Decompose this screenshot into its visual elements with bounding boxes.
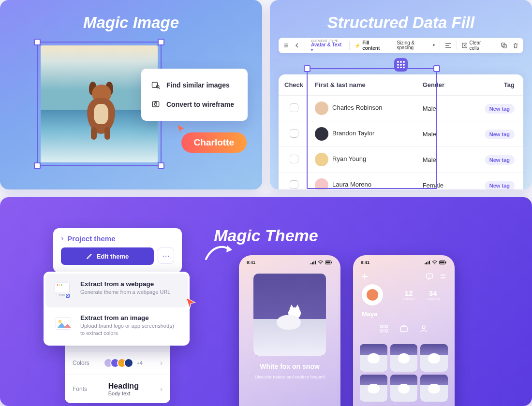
- svg-rect-36: [425, 263, 426, 264]
- gallery-thumb[interactable]: [420, 344, 448, 372]
- status-time: 9:41: [247, 260, 255, 265]
- gallery-thumb[interactable]: [360, 375, 387, 402]
- cell-tag[interactable]: New tag: [485, 181, 515, 190]
- stat-number: 34: [426, 289, 440, 297]
- svg-point-4: [155, 103, 157, 105]
- sel-handle-tl[interactable]: [304, 65, 310, 72]
- cell-name: Brandon Taylor: [309, 121, 417, 147]
- cell-gender: Male: [417, 96, 463, 121]
- svg-rect-18: [55, 283, 70, 293]
- align-button[interactable]: [443, 43, 454, 48]
- grid-mode-button[interactable]: [394, 58, 408, 72]
- resize-handle-bl[interactable]: [34, 162, 41, 169]
- sizing-spacing-button[interactable]: Sizing & spacing ▾: [395, 41, 437, 50]
- convert-wireframe-label: Convert to wireframe: [166, 101, 234, 108]
- element-type-dropdown[interactable]: ELEMENT TYPE Avatar & Text ▾: [308, 38, 346, 53]
- structured-data-title: Structured Data Fill: [270, 0, 532, 32]
- svg-point-21: [61, 284, 62, 286]
- find-similar-images-item[interactable]: Find similar images: [141, 75, 248, 95]
- hero-caption-title: White fox on snow: [239, 362, 340, 370]
- theme-details-panel: Colors +4 › Fonts Heading Body text ›: [65, 339, 170, 403]
- delete-button[interactable]: [511, 43, 520, 48]
- svg-rect-42: [445, 262, 446, 263]
- stat-number: 12: [402, 289, 415, 297]
- convert-wireframe-item[interactable]: Convert to wireframe: [141, 95, 248, 114]
- toolbar-menu-button[interactable]: [281, 43, 291, 48]
- resize-handle-tr[interactable]: [158, 39, 164, 45]
- find-similar-label: Find similar images: [166, 81, 230, 89]
- convert-wireframe-icon: [151, 100, 161, 109]
- svg-text:WWW: WWW: [59, 293, 66, 296]
- svg-line-2: [159, 87, 160, 88]
- pointer-cursor-icon: [184, 296, 197, 311]
- arrow-icon: [203, 243, 235, 267]
- svg-rect-5: [155, 102, 157, 102]
- toolbar-back-button[interactable]: [293, 43, 302, 48]
- more-options-button[interactable]: ⋯: [158, 247, 174, 264]
- fill-content-button[interactable]: ⚡ Fill content: [353, 40, 388, 51]
- cell-tag[interactable]: New tag: [485, 104, 515, 114]
- extract-from-image-item[interactable]: Extract from an image Upload brand logo …: [45, 307, 188, 344]
- extract-image-desc: Upload brand logo or app screenshot(s) t…: [80, 322, 180, 337]
- colors-more: +4: [136, 360, 143, 366]
- colors-row[interactable]: Colors +4 ›: [65, 351, 170, 375]
- extract-webpage-title: Extract from a webpage: [80, 280, 171, 288]
- panel-collapse-icon[interactable]: ›: [61, 234, 63, 243]
- chat-icon[interactable]: [426, 273, 433, 280]
- tab-profile[interactable]: [419, 324, 428, 335]
- extract-image-title: Extract from an image: [80, 314, 180, 321]
- gallery-thumb[interactable]: [390, 375, 418, 402]
- tab-bar: [360, 321, 448, 339]
- add-button[interactable]: [361, 273, 369, 280]
- resize-handle-br[interactable]: [158, 162, 164, 169]
- avatar[interactable]: [362, 284, 383, 305]
- resize-handle-tl[interactable]: [34, 39, 41, 45]
- project-theme-panel: › Project theme Edit theme ⋯: [53, 228, 182, 273]
- element-toolbar: ELEMENT TYPE Avatar & Text ▾ ⚡ Fill cont…: [279, 38, 523, 53]
- svg-rect-35: [331, 262, 332, 263]
- cell-tag[interactable]: New tag: [485, 130, 515, 139]
- tab-grid[interactable]: [380, 324, 388, 335]
- row-checkbox[interactable]: [290, 155, 298, 163]
- menu-icon[interactable]: [439, 273, 447, 280]
- cell-gender: Male: [417, 121, 463, 147]
- gallery-thumb[interactable]: [420, 375, 448, 402]
- tab-media[interactable]: [399, 324, 408, 335]
- svg-rect-51: [385, 330, 387, 332]
- profile-username: Maya: [353, 309, 455, 321]
- status-indicators: [425, 260, 447, 265]
- sel-handle-tr[interactable]: [433, 65, 440, 72]
- gallery-thumb[interactable]: [360, 344, 387, 372]
- extract-from-webpage-item[interactable]: WWW Extract from a webpage Generate them…: [45, 274, 188, 307]
- cell-gender: Female: [417, 173, 463, 190]
- row-checkbox[interactable]: [290, 129, 298, 138]
- col-tag: Tag: [462, 74, 523, 96]
- gallery-thumb[interactable]: [390, 344, 418, 372]
- row-checkbox[interactable]: [290, 180, 298, 189]
- fonts-row[interactable]: Fonts Heading Body text ›: [65, 375, 170, 403]
- magic-theme-card: Magic Theme › Project theme Edit theme ⋯: [0, 197, 532, 406]
- hero-image[interactable]: [253, 274, 326, 356]
- extract-webpage-desc: Generate theme from a webpage URL: [80, 289, 171, 296]
- row-checkbox[interactable]: [290, 103, 298, 112]
- collaborator-cursor-icon: [176, 124, 186, 133]
- status-bar: 9:41: [239, 255, 340, 270]
- col-name: First & last name: [309, 74, 417, 96]
- fonts-body: Body text: [108, 391, 139, 396]
- cell-name: Ryan Young: [309, 147, 417, 173]
- edit-theme-button[interactable]: Edit theme: [61, 247, 154, 265]
- collaborator-badge: Charlotte: [181, 132, 247, 153]
- cell-name: Charles Robinson: [309, 96, 417, 121]
- table-row: Brandon TaylorMaleNew tag: [279, 121, 523, 147]
- phone-preview-profile: 9:41 12Follower34Following Maya: [353, 255, 455, 406]
- status-time: 9:41: [361, 260, 369, 265]
- cell-tag[interactable]: New tag: [485, 155, 515, 165]
- clear-cells-button[interactable]: Clear cells: [460, 40, 493, 51]
- magic-image-title: Magic Image: [0, 0, 262, 32]
- svg-rect-29: [310, 263, 311, 264]
- duplicate-button[interactable]: [499, 43, 509, 48]
- svg-rect-38: [428, 261, 429, 264]
- cell-name: Laura Moreno: [309, 173, 417, 190]
- image-context-menu: Find similar images Convert to wireframe: [141, 69, 248, 121]
- selected-image[interactable]: [41, 45, 158, 162]
